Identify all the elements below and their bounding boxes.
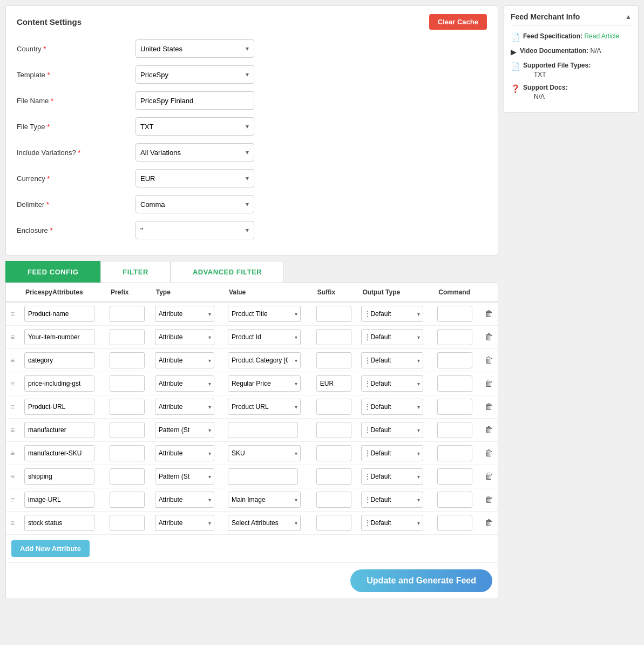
drag-handle[interactable]: ≡ <box>8 379 17 388</box>
type-select[interactable]: AttributePattern (StStatic Value <box>155 306 214 322</box>
filename-input[interactable] <box>135 91 254 110</box>
attr-name-input[interactable] <box>24 492 94 508</box>
type-select[interactable]: AttributePattern (StStatic Value <box>155 422 214 438</box>
drag-handle[interactable]: ≡ <box>8 356 17 365</box>
attr-name-input[interactable] <box>24 375 94 392</box>
output-type-select[interactable]: DefaultLowercaseUppercaseCapitalize <box>361 515 423 531</box>
variations-select[interactable]: All Variations No Variations <box>135 143 254 162</box>
drag-handle[interactable]: ≡ <box>8 495 17 504</box>
output-type-select[interactable]: DefaultLowercaseUppercaseCapitalize <box>361 329 423 345</box>
country-select[interactable]: United States Finland Sweden <box>135 39 254 58</box>
command-input[interactable] <box>437 422 472 438</box>
prefix-input[interactable] <box>110 399 145 415</box>
drag-handle[interactable]: ≡ <box>8 310 17 318</box>
delete-row-button[interactable]: 🗑 <box>483 401 496 413</box>
output-type-select[interactable]: DefaultLowercaseUppercaseCapitalize <box>361 492 423 508</box>
type-select[interactable]: AttributePattern (StStatic Value <box>155 515 214 531</box>
delete-row-button[interactable]: 🗑 <box>483 354 496 366</box>
output-type-select[interactable]: DefaultLowercaseUppercaseCapitalize <box>361 306 423 322</box>
command-input[interactable] <box>437 492 472 508</box>
type-select[interactable]: AttributePattern (StStatic Value <box>155 399 214 415</box>
update-generate-button[interactable]: Update and Generate Feed <box>350 569 492 592</box>
command-input[interactable] <box>437 399 472 415</box>
delete-row-button[interactable]: 🗑 <box>483 378 496 389</box>
template-select[interactable]: PriceSpy Google Shopping <box>135 65 254 84</box>
delete-row-button[interactable]: 🗑 <box>483 471 496 482</box>
output-type-select[interactable]: DefaultLowercaseUppercaseCapitalize <box>361 352 423 368</box>
feed-spec-link[interactable]: Read Article <box>584 32 619 40</box>
value-select[interactable]: Select AttributesProduct TitleProduct Id… <box>228 352 301 368</box>
delete-row-button[interactable]: 🗑 <box>483 331 496 343</box>
drag-handle[interactable]: ≡ <box>8 333 17 341</box>
suffix-input[interactable] <box>316 399 351 415</box>
command-input[interactable] <box>437 329 472 345</box>
prefix-input[interactable] <box>110 422 145 438</box>
delete-row-button[interactable]: 🗑 <box>483 424 496 436</box>
type-select[interactable]: AttributePattern (StStatic Value <box>155 468 214 485</box>
delete-row-button[interactable]: 🗑 <box>483 447 496 459</box>
type-select[interactable]: AttributePattern (StStatic Value <box>155 445 214 461</box>
suffix-input[interactable] <box>316 352 351 368</box>
attr-name-input[interactable] <box>24 515 94 531</box>
value-select[interactable]: Select AttributesProduct TitleProduct Id… <box>228 329 301 345</box>
type-select[interactable]: AttributePattern (StStatic Value <box>155 352 214 368</box>
type-select[interactable]: AttributePattern (StStatic Value <box>155 329 214 345</box>
prefix-input[interactable] <box>110 306 145 322</box>
collapse-icon[interactable]: ▲ <box>625 13 632 21</box>
value-input[interactable] <box>228 422 298 438</box>
prefix-input[interactable] <box>110 492 145 508</box>
type-select[interactable]: AttributePattern (StStatic Value <box>155 375 214 392</box>
attr-name-input[interactable] <box>24 329 94 345</box>
command-input[interactable] <box>437 375 472 392</box>
prefix-input[interactable] <box>110 445 145 461</box>
command-input[interactable] <box>437 306 472 322</box>
attr-name-input[interactable] <box>24 306 94 322</box>
attr-name-input[interactable] <box>24 445 94 461</box>
prefix-input[interactable] <box>110 515 145 531</box>
drag-handle[interactable]: ≡ <box>8 519 17 527</box>
value-select[interactable]: Select AttributesProduct TitleProduct Id… <box>228 515 301 531</box>
drag-handle[interactable]: ≡ <box>8 426 17 434</box>
suffix-input[interactable] <box>316 445 351 461</box>
attr-name-input[interactable] <box>24 352 94 368</box>
command-input[interactable] <box>437 468 472 485</box>
suffix-input[interactable] <box>316 422 351 438</box>
value-select[interactable]: Select AttributesProduct TitleProduct Id… <box>228 375 301 392</box>
delete-row-button[interactable]: 🗑 <box>483 517 496 529</box>
command-input[interactable] <box>437 515 472 531</box>
suffix-input[interactable] <box>316 468 351 485</box>
output-type-select[interactable]: DefaultLowercaseUppercaseCapitalize <box>361 468 423 485</box>
delimiter-select[interactable]: Comma Tab Semicolon <box>135 195 254 213</box>
prefix-input[interactable] <box>110 375 145 392</box>
output-type-select[interactable]: DefaultLowercaseUppercaseCapitalize <box>361 399 423 415</box>
output-type-select[interactable]: DefaultLowercaseUppercaseCapitalize <box>361 445 423 461</box>
output-type-select[interactable]: DefaultLowercaseUppercaseCapitalize <box>361 375 423 392</box>
type-select[interactable]: AttributePattern (StStatic Value <box>155 492 214 508</box>
drag-handle[interactable]: ≡ <box>8 449 17 458</box>
clear-cache-button[interactable]: Clear Cache <box>429 14 487 30</box>
attr-name-input[interactable] <box>24 399 94 415</box>
prefix-input[interactable] <box>110 468 145 485</box>
suffix-input[interactable] <box>316 329 351 345</box>
attr-name-input[interactable] <box>24 422 94 438</box>
tab-feed-config[interactable]: FEED CONFIG <box>5 261 100 283</box>
value-input[interactable] <box>228 468 298 485</box>
output-type-select[interactable]: DefaultLowercaseUppercaseCapitalize <box>361 422 423 438</box>
suffix-input[interactable] <box>316 515 351 531</box>
prefix-input[interactable] <box>110 329 145 345</box>
value-select[interactable]: Select AttributesProduct TitleProduct Id… <box>228 399 301 415</box>
command-input[interactable] <box>437 352 472 368</box>
prefix-input[interactable] <box>110 352 145 368</box>
suffix-input[interactable] <box>316 375 351 392</box>
value-select[interactable]: Select AttributesProduct TitleProduct Id… <box>228 492 301 508</box>
filetype-select[interactable]: TXT CSV XML <box>135 117 254 136</box>
drag-handle[interactable]: ≡ <box>8 402 17 411</box>
tab-advanced-filter[interactable]: ADVANCED FILTER <box>171 261 284 283</box>
attr-name-input[interactable] <box>24 468 94 485</box>
delete-row-button[interactable]: 🗑 <box>483 308 496 320</box>
value-select[interactable]: Select AttributesProduct TitleProduct Id… <box>228 306 301 322</box>
delete-row-button[interactable]: 🗑 <box>483 494 496 506</box>
enclosure-select[interactable]: " ' None <box>135 221 254 239</box>
value-select[interactable]: Select AttributesProduct TitleProduct Id… <box>228 445 301 461</box>
add-new-attribute-button[interactable]: Add New Attribute <box>11 540 90 557</box>
